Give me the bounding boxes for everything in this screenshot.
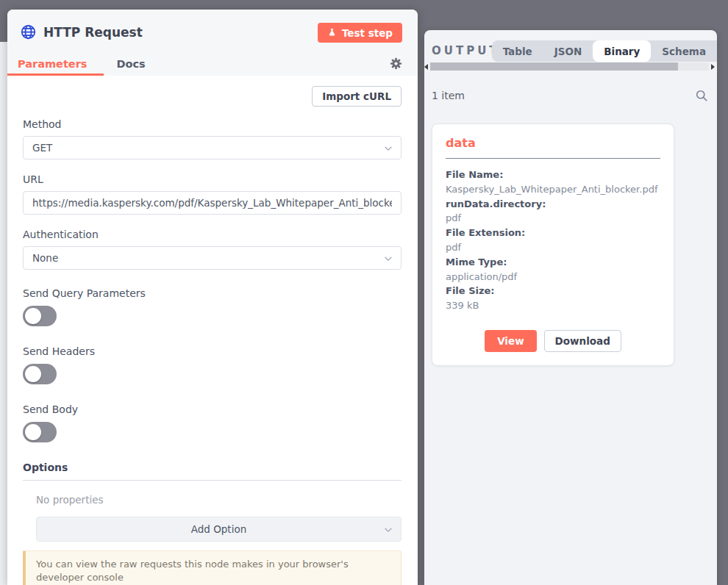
send-headers-group: Send Headers <box>23 345 402 384</box>
node-title: HTTP Request <box>43 25 143 40</box>
view-button[interactable]: View <box>485 330 536 352</box>
gear-icon[interactable] <box>390 57 402 70</box>
output-panel: OUTPUT TableJSONBinarySchema 1 item data… <box>424 30 717 585</box>
import-curl-button[interactable]: Import cURL <box>312 86 402 107</box>
url-label: URL <box>23 173 402 185</box>
options-heading: Options <box>23 462 402 481</box>
binary-field-value: pdf <box>446 240 660 255</box>
raw-requests-notice: You can view the raw requests this node … <box>23 550 402 585</box>
send-headers-label: Send Headers <box>23 345 402 357</box>
card-divider <box>446 158 660 159</box>
node-header: HTTP Request Test step Parameters Docs <box>7 10 418 76</box>
binary-field-value: application/pdf <box>446 270 660 284</box>
binary-field-label: File Size: <box>446 284 660 298</box>
globe-icon <box>21 24 36 40</box>
send-body-toggle[interactable] <box>23 422 57 442</box>
add-option-button[interactable]: Add Option <box>36 517 402 542</box>
url-input[interactable] <box>23 191 402 215</box>
scrollbar-track[interactable] <box>430 62 709 71</box>
method-select[interactable]: GET <box>23 136 402 159</box>
url-group: URL <box>23 173 402 215</box>
items-count: 1 item <box>432 90 465 101</box>
send-body-group: Send Body <box>23 403 402 442</box>
tab-parameters[interactable]: Parameters <box>18 58 87 70</box>
output-tab-schema[interactable]: Schema <box>651 40 717 62</box>
binary-field-label: File Name: <box>446 168 660 182</box>
send-body-label: Send Body <box>23 403 402 415</box>
canvas-edge <box>0 42 7 585</box>
chevron-down-icon <box>383 254 393 266</box>
binary-field-label: File Extension: <box>446 226 660 240</box>
binary-key-title: data <box>446 136 660 150</box>
send-query-parameters-label: Send Query Parameters <box>23 287 402 299</box>
method-label: Method <box>23 118 402 130</box>
chevron-down-icon <box>383 143 393 156</box>
scrollbar-left-arrow[interactable] <box>424 64 428 70</box>
scrollbar-thumb[interactable] <box>430 62 678 71</box>
send-query-parameters-group: Send Query Parameters <box>23 287 402 326</box>
node-tabs: Parameters Docs <box>7 51 418 76</box>
binary-field-label: Mime Type: <box>446 255 660 270</box>
no-properties-text: No properties <box>36 494 402 506</box>
authentication-group: Authentication None <box>23 229 402 270</box>
download-button[interactable]: Download <box>544 330 621 352</box>
node-parameters-body: Import cURL Method GET URL Authenticatio… <box>7 76 418 585</box>
authentication-label: Authentication <box>23 229 402 240</box>
output-tab-binary[interactable]: Binary <box>593 40 651 62</box>
chevron-down-icon <box>383 525 393 537</box>
binary-field-value: pdf <box>446 211 660 226</box>
send-headers-toggle[interactable] <box>23 364 57 384</box>
binary-field-value: Kaspersky_Lab_Whitepaper_Anti_blocker.pd… <box>446 182 660 197</box>
output-tab-json[interactable]: JSON <box>543 40 593 62</box>
binary-field-value: 339 kB <box>446 298 660 313</box>
tab-docs[interactable]: Docs <box>116 58 145 70</box>
method-group: Method GET <box>23 118 402 159</box>
search-icon[interactable] <box>695 89 708 102</box>
active-tab-underline <box>7 73 104 76</box>
output-view-tabs: TableJSONBinarySchema <box>492 40 717 62</box>
output-title: OUTPUT <box>432 44 500 57</box>
horizontal-scrollbar <box>424 62 715 71</box>
node-settings-panel: HTTP Request Test step Parameters Docs <box>7 10 418 585</box>
scrollbar-right-arrow[interactable] <box>711 64 715 70</box>
test-step-button[interactable]: Test step <box>318 23 402 43</box>
binary-field-list: File Name:Kaspersky_Lab_Whitepaper_Anti_… <box>446 168 660 313</box>
authentication-select[interactable]: None <box>23 246 402 270</box>
send-query-parameters-toggle[interactable] <box>23 306 57 326</box>
output-tab-table[interactable]: Table <box>492 40 543 62</box>
binary-data-card: data File Name:Kaspersky_Lab_Whitepaper_… <box>432 123 674 366</box>
flask-icon <box>327 28 337 37</box>
binary-field-label: runData.directory: <box>446 197 660 212</box>
